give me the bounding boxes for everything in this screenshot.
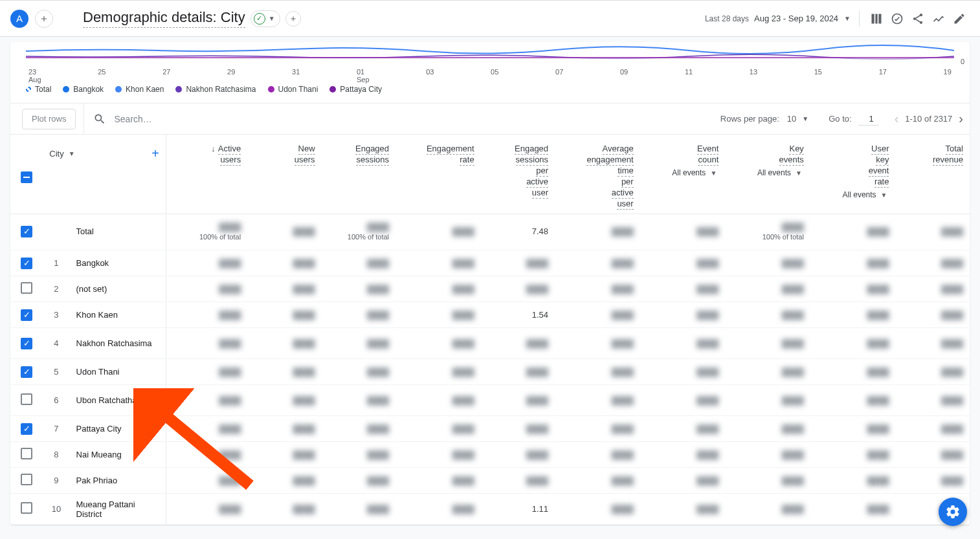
metric-header[interactable]: Newusers <box>247 135 321 214</box>
legend-dot <box>175 86 182 93</box>
x-tick: 13 <box>750 68 757 83</box>
row-checkbox[interactable]: ✓ <box>21 309 32 321</box>
row-dimension[interactable]: Udon Thani <box>70 359 166 385</box>
dimension-selector[interactable]: City ▼ <box>49 149 76 159</box>
next-page-button[interactable]: › <box>959 111 963 126</box>
row-dimension[interactable]: Nakhon Ratchasima <box>70 328 166 359</box>
row-dimension[interactable]: Mueang Pattani District <box>70 494 166 525</box>
metric-header[interactable]: Engagedsessionsperactiveuser <box>481 135 555 214</box>
status-pill[interactable]: ✓ ▼ <box>251 10 280 27</box>
metric-header[interactable]: ↓Activeusers <box>166 135 247 214</box>
line-chart <box>26 42 954 68</box>
metric-header[interactable]: Averageengagementtimeperactiveuser <box>555 135 640 214</box>
goto-label: Go to: <box>829 114 851 124</box>
table-row: ✓5Udon Thani████████████████████████████… <box>10 359 970 385</box>
caret-down-icon: ▼ <box>267 15 277 22</box>
edit-icon[interactable] <box>952 11 967 27</box>
x-tick: 25 <box>98 68 106 83</box>
row-checkbox[interactable]: ✓ <box>21 226 32 237</box>
goto-input[interactable]: 1 <box>858 113 879 126</box>
metric-header[interactable]: EventcountAll events▼ <box>640 135 726 214</box>
page-title[interactable]: Demographic details: City <box>83 9 245 28</box>
metric-header[interactable]: Engagedsessions <box>322 135 395 214</box>
workspace-avatar[interactable]: A <box>10 10 28 28</box>
row-dimension[interactable]: Pak Phriao <box>70 468 166 494</box>
select-all-checkbox[interactable] <box>21 171 32 183</box>
row-checkbox[interactable]: ✓ <box>21 423 32 435</box>
row-checkbox[interactable]: ✓ <box>21 338 32 349</box>
metric-cell: ████ <box>395 468 481 494</box>
metric-cell: ████ <box>322 468 395 494</box>
row-dimension[interactable]: Ubon Ratchathani <box>70 385 166 416</box>
metric-cell: ████ <box>810 468 896 494</box>
metric-cell: ████ <box>322 276 395 302</box>
metric-subselect[interactable]: All events▼ <box>647 168 719 177</box>
legend-item[interactable]: Khon Kaen <box>115 85 164 94</box>
search-input[interactable] <box>113 113 242 125</box>
row-checkbox[interactable] <box>21 393 32 405</box>
metric-cell: ████ <box>166 442 247 468</box>
metric-cell: ████100% of total <box>166 214 247 250</box>
metric-cell: ████ <box>895 416 970 442</box>
row-checkbox[interactable]: ✓ <box>21 366 32 378</box>
date-range-picker[interactable]: Last 28 days Aug 23 - Sep 19, 2024 ▼ <box>705 14 852 23</box>
row-dimension[interactable]: Nai Mueang <box>70 442 166 468</box>
metric-cell: ████ <box>481 276 555 302</box>
compare-icon[interactable] <box>869 11 884 27</box>
row-checkbox[interactable] <box>21 282 32 294</box>
rows-per-page-select[interactable]: 10 ▼ <box>785 113 813 125</box>
metric-header[interactable]: Engagementrate <box>395 135 481 214</box>
metric-cell: ████ <box>555 250 640 276</box>
metric-cell: ████ <box>895 468 970 494</box>
legend-item[interactable]: Udon Thani <box>268 85 318 94</box>
y-axis-zero: 0 <box>961 58 964 65</box>
metric-cell: ████ <box>810 328 896 359</box>
legend-item[interactable]: Bangkok <box>63 85 104 94</box>
metric-cell: ████ <box>810 494 896 525</box>
table-row: 6Ubon Ratchathani███████████████████████… <box>10 385 970 416</box>
add-collection-button[interactable] <box>35 10 53 28</box>
table-row: ✓3Khon Kaen████████████████1.54█████████… <box>10 302 970 328</box>
row-dimension[interactable]: (not set) <box>70 276 166 302</box>
total-label: Total <box>70 214 166 250</box>
table-row: 8Nai Mueang█████████████████████████████… <box>10 442 970 468</box>
row-rank: 5 <box>43 359 69 385</box>
row-checkbox[interactable]: ✓ <box>21 258 32 269</box>
legend-item[interactable]: Nakhon Ratchasima <box>175 85 256 94</box>
row-dimension[interactable]: Khon Kaen <box>70 302 166 328</box>
settings-fab[interactable] <box>939 498 967 526</box>
row-dimension[interactable]: Pattaya City <box>70 416 166 442</box>
metric-cell: ████ <box>810 359 896 385</box>
chart-area: 0 23Aug2527293101Sep030507091113151719 <box>10 42 970 78</box>
row-dimension[interactable]: Bangkok <box>70 250 166 276</box>
table-controls: Plot rows Rows per page: 10 ▼ Go to: 1 ‹… <box>10 104 970 135</box>
legend-item[interactable]: Pattaya City <box>329 85 382 94</box>
plot-rows-button[interactable]: Plot rows <box>22 109 76 129</box>
row-checkbox[interactable] <box>21 502 32 514</box>
metric-cell: ████ <box>810 214 896 250</box>
metric-cell: ████ <box>640 276 726 302</box>
metric-cell: ████ <box>640 385 726 416</box>
row-checkbox[interactable] <box>21 448 32 459</box>
metric-cell: ████ <box>481 468 555 494</box>
metric-cell: ████ <box>555 359 640 385</box>
metric-subselect[interactable]: All events▼ <box>731 168 804 177</box>
metric-cell: ████ <box>810 385 896 416</box>
legend-item[interactable]: Total <box>26 85 51 94</box>
metric-cell: ████ <box>322 385 395 416</box>
metric-header[interactable]: KeyeventsAll events▼ <box>725 135 810 214</box>
metric-header[interactable]: UserkeyeventrateAll events▼ <box>810 135 896 214</box>
metric-cell: ████ <box>481 250 555 276</box>
add-dimension-button[interactable]: + <box>151 146 159 161</box>
metric-subselect[interactable]: All events▼ <box>817 190 889 199</box>
add-tab-button[interactable] <box>285 11 301 27</box>
share-icon[interactable] <box>910 11 926 27</box>
metric-header[interactable]: Totalrevenue <box>895 135 970 214</box>
insights-icon[interactable] <box>889 11 905 27</box>
metric-cell: ████ <box>166 385 247 416</box>
metric-cell: ████ <box>395 359 481 385</box>
legend-dot <box>329 86 336 93</box>
row-checkbox[interactable] <box>21 474 32 485</box>
metric-cell: ████ <box>247 494 321 525</box>
trend-icon[interactable] <box>931 11 946 27</box>
